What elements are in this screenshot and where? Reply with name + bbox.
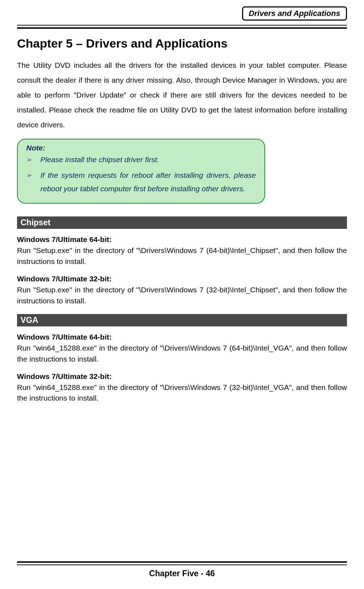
header-row: Drivers and Applications [17,6,347,21]
subheading: Windows 7/Ultimate 32-bit: [17,275,347,283]
note-list: Please install the chipset driver first.… [26,153,256,195]
header-tag: Drivers and Applications [242,6,347,21]
subheading: Windows 7/Ultimate 64-bit: [17,235,347,244]
body-text: Run "Setup.exe" in the directory of "\Dr… [17,245,347,267]
section-bar-vga: VGA [17,314,347,326]
note-item: If the system requests for reboot after … [36,169,256,196]
note-box: Note: Please install the chipset driver … [17,139,265,204]
intro-paragraph: The Utility DVD includes all the drivers… [17,58,347,132]
note-title: Note: [26,144,256,152]
subheading: Windows 7/Ultimate 32-bit: [17,372,347,381]
body-text: Run "Setup.exe" in the directory of "\Dr… [17,285,347,306]
body-text: Run "win64_15288.exe" in the directory o… [17,343,347,364]
document-page: Drivers and Applications Chapter 5 – Dri… [0,0,364,589]
chapter-title: Chapter 5 – Drivers and Applications [17,37,347,50]
footer-area: Chapter Five - 46 [17,561,347,578]
top-divider [17,25,347,29]
section-bar-chipset: Chipset [17,216,347,229]
footer-label: Chapter Five - 46 [17,569,347,578]
bottom-divider [17,561,347,565]
body-text: Run "win64_15288.exe" in the directory o… [17,382,347,404]
note-item: Please install the chipset driver first. [36,153,256,166]
subheading: Windows 7/Ultimate 64-bit: [17,333,347,341]
